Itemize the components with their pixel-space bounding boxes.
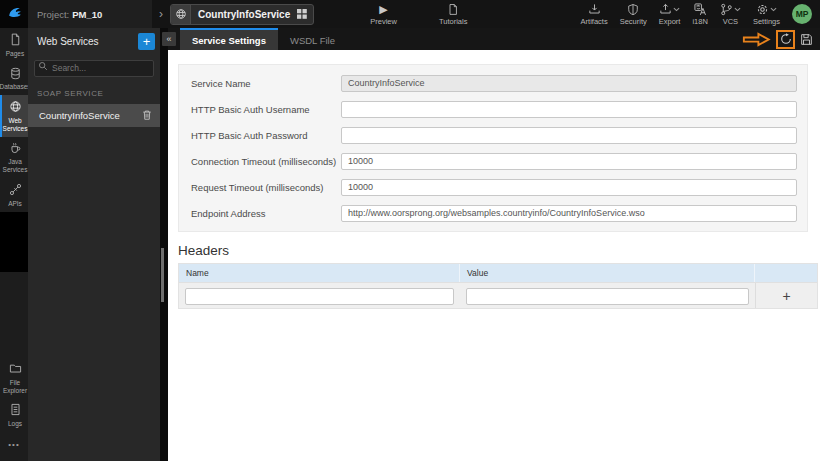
sidebar-item-logs[interactable]: Logs	[0, 398, 28, 432]
settings-button[interactable]: Settings	[753, 3, 780, 26]
app-logo[interactable]	[0, 0, 28, 28]
export-label: Export	[659, 17, 681, 26]
sidebar-item-databases[interactable]: Databases	[0, 62, 28, 96]
tab-service-settings[interactable]: Service Settings	[180, 28, 278, 50]
security-shield-icon	[627, 3, 639, 16]
vcs-button[interactable]: VCS	[720, 3, 741, 26]
headers-section-title: Headers	[178, 243, 818, 258]
http-basic-auth-username-field[interactable]	[341, 101, 797, 118]
export-upload-icon	[659, 3, 680, 16]
sidebar-item-file-explorer[interactable]: File Explorer	[0, 357, 28, 398]
field-label: HTTP Basic Auth Password	[191, 130, 341, 141]
chevron-down-icon	[673, 7, 680, 12]
content-scrollbar[interactable]	[161, 248, 164, 302]
form-row-auth-username: HTTP Basic Auth Username	[179, 96, 807, 122]
security-button[interactable]: Security	[620, 3, 647, 26]
add-service-button[interactable]: +	[138, 33, 155, 50]
sidebar-item-label: Databases	[0, 83, 31, 91]
top-bar: Project: PM_10 › CountryInfoService ▶ Pr…	[0, 0, 820, 28]
sidebar-item-pages[interactable]: Pages	[0, 28, 28, 62]
field-label: HTTP Basic Auth Username	[191, 104, 341, 115]
i18n-button[interactable]: i18N	[692, 3, 707, 26]
column-header-value: Value	[460, 264, 755, 282]
artifacts-download-icon	[588, 3, 601, 16]
chevron-down-icon	[734, 7, 741, 12]
coffee-cup-icon	[9, 142, 22, 157]
search-input[interactable]	[34, 60, 154, 77]
export-button[interactable]: Export	[659, 3, 681, 26]
vcs-branch-icon	[720, 3, 741, 16]
service-name-field[interactable]	[341, 75, 797, 92]
sidebar-item-apis[interactable]: APIs	[0, 178, 28, 212]
reload-icon	[780, 33, 792, 45]
app-window: Project: PM_10 › CountryInfoService ▶ Pr…	[0, 0, 820, 461]
form-row-service-name: Service Name	[179, 70, 807, 96]
soap-service-section-label: SOAP SERVICE	[28, 82, 160, 104]
field-label: Request Timeout (milliseconds)	[191, 182, 341, 193]
service-chip[interactable]: CountryInfoService	[170, 4, 314, 25]
service-settings-content: « Service Settings WSDL File	[168, 28, 820, 461]
headers-table: Name Value +	[178, 263, 818, 309]
i18n-translate-icon	[694, 3, 707, 16]
sidebar-divider-block	[0, 212, 28, 272]
more-options-icon[interactable]: •••	[0, 432, 28, 461]
add-header-row-button[interactable]: +	[782, 289, 790, 303]
project-breadcrumb[interactable]: Project: PM_10	[28, 0, 152, 28]
sidebar-item-label: Pages	[6, 50, 24, 58]
collapse-panel-button[interactable]: «	[162, 32, 176, 46]
service-list-item[interactable]: CountryInfoService	[28, 104, 160, 127]
sidebar-item-label: File Explorer	[3, 379, 27, 395]
left-nav-rail: Pages Databases Web Services Java Servic…	[0, 28, 28, 461]
sidebar-item-java-services[interactable]: Java Services	[0, 137, 28, 178]
header-name-input[interactable]	[185, 288, 454, 305]
annotation-arrow	[742, 32, 771, 47]
headers-table-row: +	[179, 282, 817, 308]
endpoint-address-field[interactable]	[341, 205, 797, 222]
database-icon	[9, 67, 22, 82]
delete-service-button[interactable]	[142, 109, 152, 121]
breadcrumb-chevron-icon: ›	[159, 7, 163, 21]
header-value-input[interactable]	[466, 288, 749, 305]
api-connector-icon	[9, 183, 22, 198]
sidebar-item-web-services[interactable]: Web Services	[0, 95, 28, 136]
panel-divider-strip	[160, 28, 168, 461]
artifacts-button[interactable]: Artifacts	[581, 3, 608, 26]
field-label: Service Name	[191, 78, 341, 89]
vcs-label: VCS	[723, 17, 738, 26]
tab-bar: « Service Settings WSDL File	[168, 28, 820, 50]
tab-wsdl-file[interactable]: WSDL File	[278, 28, 347, 50]
tutorials-doc-icon	[447, 3, 459, 16]
form-row-endpoint-address: Endpoint Address	[179, 200, 807, 226]
project-name: PM_10	[72, 9, 102, 20]
http-basic-auth-password-field[interactable]	[341, 127, 797, 144]
sidebar-item-label: Logs	[8, 420, 22, 428]
preview-button[interactable]: ▶ Preview	[370, 3, 397, 26]
form-row-request-timeout: Request Timeout (milliseconds)	[179, 174, 807, 200]
security-label: Security	[620, 17, 647, 26]
settings-label: Settings	[753, 17, 780, 26]
user-avatar[interactable]: MP	[792, 4, 812, 24]
tutorials-button[interactable]: Tutorials	[439, 3, 467, 26]
i18n-label: i18N	[692, 17, 707, 26]
connection-timeout-field[interactable]	[341, 153, 797, 170]
grid-icon[interactable]	[297, 9, 313, 19]
sidebar-item-label: Web Services	[3, 117, 28, 133]
panel-title: Web Services	[37, 36, 99, 47]
trash-icon	[142, 109, 152, 121]
sidebar-spacer	[0, 272, 28, 357]
globe-icon	[9, 100, 22, 115]
search-icon	[38, 61, 48, 71]
save-service-button[interactable]	[800, 33, 813, 46]
request-timeout-field[interactable]	[341, 179, 797, 196]
artifacts-label: Artifacts	[581, 17, 608, 26]
column-header-name: Name	[179, 264, 460, 282]
field-label: Endpoint Address	[191, 208, 341, 219]
log-file-icon	[9, 403, 22, 418]
globe-icon	[171, 5, 191, 24]
chevron-down-icon	[770, 7, 777, 12]
play-icon: ▶	[379, 3, 387, 16]
folder-icon	[9, 362, 22, 377]
project-label: Project:	[37, 9, 69, 20]
reload-service-button[interactable]	[776, 30, 795, 49]
save-icon	[800, 33, 813, 46]
